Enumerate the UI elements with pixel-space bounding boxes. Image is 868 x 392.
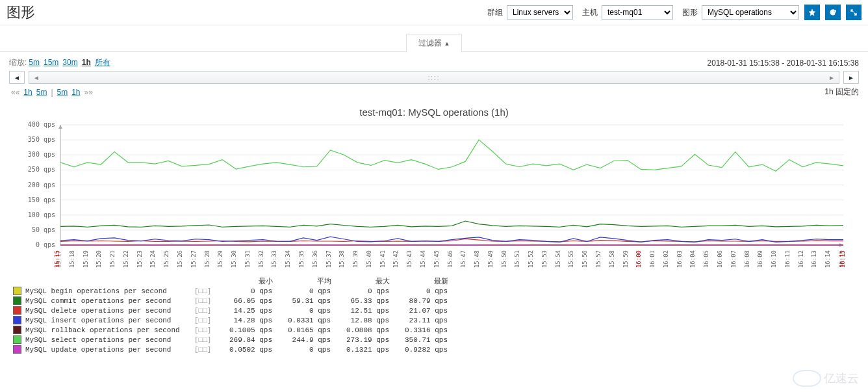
legend-swatch — [13, 335, 21, 344]
legend-value: 269.84 qps — [214, 336, 272, 344]
legend-value: 350.71 qps — [389, 336, 448, 344]
svg-text:15:34: 15:34 — [285, 250, 291, 268]
scroll-left-button[interactable]: ◄ — [9, 71, 25, 84]
legend-value: 0.3316 qps — [389, 326, 448, 334]
zoom-5m[interactable]: 5m — [29, 58, 40, 67]
svg-text:15:58: 15:58 — [609, 250, 615, 268]
svg-text:16:03: 16:03 — [676, 250, 683, 268]
svg-text:16:14: 16:14 — [824, 250, 831, 268]
graph-label: 图形 — [682, 7, 698, 18]
legend-value: 0 qps — [389, 287, 448, 295]
scroll-right-button[interactable]: ► — [843, 71, 859, 84]
legend-value: 0.0808 qps — [331, 326, 389, 334]
svg-text:15:18: 15:18 — [69, 250, 75, 268]
svg-text:01-31 16:15: 01-31 16:15 — [839, 250, 846, 271]
refresh-button[interactable] — [825, 5, 841, 20]
legend-swatch — [13, 287, 21, 295]
svg-text:15:45: 15:45 — [433, 250, 440, 268]
svg-text:15:43: 15:43 — [406, 250, 413, 268]
svg-text:16:08: 16:08 — [744, 250, 750, 268]
legend-value: 273.19 qps — [331, 336, 389, 344]
legend-bracket: [□□] — [194, 326, 214, 334]
legend: 最小平均最大最新 MySQL begin operations per seco… — [0, 275, 868, 361]
legend-value: 0 qps — [272, 287, 331, 295]
legend-row: MySQL rollback operations per second[□□]… — [13, 325, 855, 335]
filter-tab-bar: 过滤器▲ — [0, 33, 868, 52]
legend-row: MySQL begin operations per second[□□]0 q… — [13, 286, 855, 296]
svg-text:15:42: 15:42 — [392, 250, 399, 268]
legend-header: 最新 — [390, 276, 448, 286]
filter-tab[interactable]: 过滤器▲ — [406, 34, 463, 53]
zoom-30m[interactable]: 30m — [62, 58, 77, 67]
legend-name: MySQL insert operations per second — [25, 317, 194, 324]
host-select[interactable]: test-mq01 — [602, 5, 673, 20]
time-slider[interactable]: ◄ :::: ► — [29, 71, 839, 84]
nav-fast-right[interactable]: »» — [84, 88, 93, 97]
svg-text:50 qps: 50 qps — [32, 226, 55, 233]
legend-bracket: [□□] — [194, 297, 214, 305]
favorite-button[interactable] — [804, 5, 820, 20]
calendar-panel: 缩放: 5m15m30m1h所有 2018-01-31 15:15:38 - 2… — [0, 52, 868, 99]
legend-value: 0 qps — [331, 287, 389, 295]
legend-row: MySQL commit operations per second[□□]66… — [13, 296, 855, 306]
legend-header: 平均 — [273, 276, 331, 286]
legend-swatch — [13, 296, 21, 305]
group-select[interactable]: Linux servers — [507, 5, 573, 20]
svg-text:16:06: 16:06 — [717, 250, 723, 268]
svg-text:15:44: 15:44 — [420, 250, 426, 268]
legend-value: 0 qps — [272, 307, 331, 315]
page-title: 图形 — [6, 3, 478, 22]
nav-fast-left[interactable]: «« — [11, 88, 19, 97]
svg-text:15:37: 15:37 — [326, 250, 332, 268]
svg-text:15:36: 15:36 — [312, 250, 318, 268]
zoom-1h[interactable]: 1h — [82, 58, 91, 67]
svg-text:15:35: 15:35 — [298, 250, 305, 268]
svg-text:100 qps: 100 qps — [28, 211, 55, 218]
legend-value: 80.79 qps — [389, 297, 448, 305]
legend-bracket: [□□] — [194, 336, 214, 344]
svg-text:15:29: 15:29 — [217, 250, 223, 268]
legend-name: MySQL select operations per second — [25, 336, 194, 344]
legend-value: 244.9 qps — [272, 336, 331, 344]
svg-text:16:13: 16:13 — [811, 250, 817, 268]
legend-bracket: [□□] — [194, 346, 214, 354]
svg-text:15:46: 15:46 — [447, 250, 453, 268]
zoom-所有[interactable]: 所有 — [95, 58, 110, 67]
svg-text:15:23: 15:23 — [136, 250, 143, 268]
svg-text:15:47: 15:47 — [460, 250, 466, 268]
slider-right-icon: ► — [828, 74, 835, 81]
svg-text:15:50: 15:50 — [501, 250, 507, 268]
legend-row: MySQL delete operations per second[□□]14… — [13, 306, 855, 315]
svg-text:15:28: 15:28 — [204, 250, 211, 268]
nav-left-5m[interactable]: 5m — [36, 88, 47, 97]
nav-right-5m[interactable]: 5m — [57, 88, 68, 97]
legend-row: MySQL insert operations per second[□□]14… — [13, 315, 855, 325]
svg-text:15:41: 15:41 — [379, 250, 386, 268]
svg-text:16:01: 16:01 — [649, 250, 656, 268]
chevron-up-icon: ▲ — [444, 40, 450, 47]
svg-text:15:27: 15:27 — [190, 250, 197, 268]
legend-value: 23.11 qps — [389, 317, 448, 324]
legend-name: MySQL delete operations per second — [25, 307, 194, 315]
svg-text:15:21: 15:21 — [109, 250, 116, 268]
chart-area: test-mq01: MySQL operations (1h) 0 qps50… — [0, 99, 868, 275]
legend-name: MySQL commit operations per second — [25, 297, 194, 305]
legend-value: 0.9282 qps — [389, 346, 448, 354]
svg-text:15:25: 15:25 — [163, 250, 170, 268]
zoom-15m[interactable]: 15m — [44, 58, 58, 67]
svg-text:16:04: 16:04 — [689, 250, 696, 268]
svg-text:15:19: 15:19 — [83, 250, 89, 268]
nav-left-1h[interactable]: 1h — [23, 88, 32, 97]
page-header: 图形 群组 Linux servers 主机 test-mq01 图形 MySQ… — [0, 0, 868, 25]
legend-value: 14.28 qps — [214, 317, 272, 324]
legend-value: 0.1005 qps — [214, 326, 272, 334]
nav-right-1h[interactable]: 1h — [71, 88, 80, 97]
svg-text:15:49: 15:49 — [487, 250, 494, 268]
fullscreen-button[interactable] — [846, 5, 862, 20]
svg-text:15:52: 15:52 — [528, 250, 534, 268]
svg-text:15:33: 15:33 — [271, 250, 277, 268]
svg-text:15:59: 15:59 — [622, 250, 629, 268]
zoom-label: 缩放: — [9, 57, 27, 68]
graph-select[interactable]: MySQL operations — [702, 5, 799, 20]
svg-text:15:51: 15:51 — [514, 250, 520, 268]
